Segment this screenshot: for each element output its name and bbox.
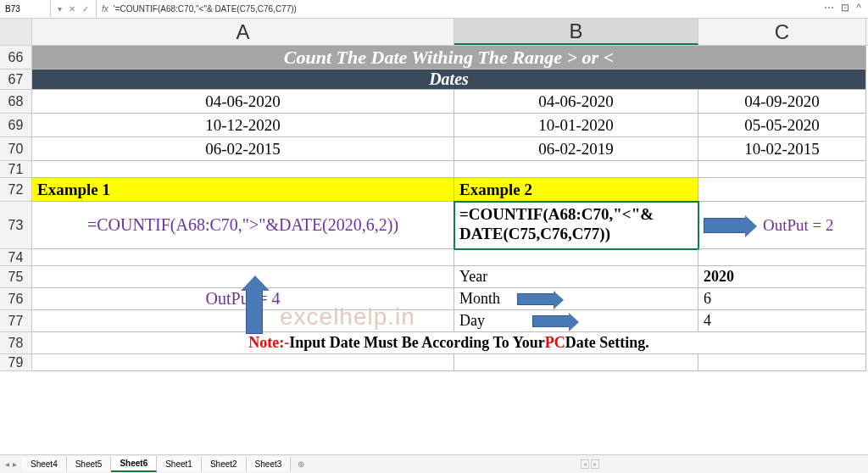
formula-input[interactable]: '=COUNTIF(A68:C70,"<"& DATE(C75,C76,C77)…: [114, 4, 868, 14]
row-header[interactable]: 69: [0, 114, 32, 137]
formula-bar-buttons: ▾ ✕ ✓: [51, 0, 97, 18]
cell-b79[interactable]: [454, 354, 698, 371]
row-header[interactable]: 68: [0, 90, 32, 114]
row-header[interactable]: 74: [0, 249, 32, 266]
note-text-2: Date Setting.: [565, 334, 649, 352]
row-77: 77 Day 4: [0, 310, 868, 332]
row-header[interactable]: 72: [0, 178, 32, 202]
output-text: OutPut = 2: [763, 216, 834, 235]
row-68: 68 04-06-2020 04-06-2020 04-09-2020: [0, 90, 868, 114]
column-header-a[interactable]: A: [32, 19, 454, 45]
arrow-right-icon: [532, 315, 570, 327]
row-header[interactable]: 66: [0, 46, 32, 70]
tab-sheet6[interactable]: Sheet6: [111, 456, 157, 472]
cell-b76[interactable]: Month: [454, 288, 698, 310]
cell-a71[interactable]: [32, 161, 454, 178]
note-text-1: Input Date Must Be According To Your: [289, 334, 544, 352]
row-header[interactable]: 73: [0, 202, 32, 249]
cell-a79[interactable]: [32, 354, 454, 371]
sheet-tabs-bar: ◂ ▸ Sheet4 Sheet5 Sheet6 Sheet1 Sheet2 S…: [0, 454, 868, 473]
cell-b70[interactable]: 06-02-2019: [454, 137, 698, 161]
add-sheet-button[interactable]: ⊕: [291, 457, 311, 471]
expand-icon[interactable]: ⊡: [841, 2, 849, 14]
horizontal-scroll[interactable]: ◂▸: [311, 459, 868, 469]
row-header[interactable]: 77: [0, 310, 32, 332]
cell-a72[interactable]: Example 1: [32, 178, 454, 202]
row-78: 78 Note:- Input Date Must Be According T…: [0, 332, 868, 354]
column-header-c[interactable]: C: [698, 19, 866, 45]
arrow-right-icon: [704, 218, 746, 233]
arrow-up-icon: [246, 290, 263, 334]
row-71: 71: [0, 161, 868, 178]
name-box[interactable]: B73: [0, 0, 51, 18]
column-headers: A B C: [0, 19, 868, 46]
window-controls: ⋯ ⊡ ^: [824, 2, 861, 14]
row-header[interactable]: 67: [0, 70, 32, 90]
tab-sheet5[interactable]: Sheet5: [67, 457, 112, 471]
row-72: 72 Example 1 Example 2: [0, 178, 868, 202]
dates-header-cell[interactable]: Dates: [32, 70, 866, 90]
cancel-icon[interactable]: ✕: [69, 4, 75, 14]
cell-b69[interactable]: 10-01-2020: [454, 114, 698, 137]
cell-b73-selected[interactable]: =COUNTIF(A68:C70,"<"& DATE(C75,C76,C77)): [454, 202, 698, 249]
row-header[interactable]: 71: [0, 161, 32, 178]
tab-sheet3[interactable]: Sheet3: [247, 457, 292, 471]
row-header[interactable]: 70: [0, 137, 32, 161]
row-header[interactable]: 79: [0, 354, 32, 371]
cell-c73[interactable]: OutPut = 2: [698, 202, 866, 249]
tab-prev-icon[interactable]: ◂: [5, 459, 9, 469]
day-label: Day: [459, 312, 485, 330]
cell-b71[interactable]: [454, 161, 698, 178]
confirm-icon[interactable]: ✓: [82, 4, 89, 14]
row-73: 73 =COUNTIF(A68:C70,">"&DATE(2020,6,2)) …: [0, 202, 868, 249]
cell-c68[interactable]: 04-09-2020: [698, 90, 866, 114]
cell-a73[interactable]: =COUNTIF(A68:C70,">"&DATE(2020,6,2)): [32, 202, 454, 249]
row-header[interactable]: 76: [0, 288, 32, 310]
cell-c74[interactable]: [698, 249, 866, 266]
select-all-corner[interactable]: [0, 19, 32, 45]
tab-sheet1[interactable]: Sheet1: [157, 457, 202, 471]
column-header-b[interactable]: B: [454, 19, 698, 45]
cell-b75[interactable]: Year: [454, 266, 698, 288]
row-70: 70 06-02-2015 06-02-2019 10-02-2015: [0, 137, 868, 161]
cell-c75[interactable]: 2020: [698, 266, 866, 288]
row-74: 74: [0, 249, 868, 266]
cell-b74[interactable]: [454, 249, 698, 266]
arrow-up-shape: [246, 290, 263, 334]
cell-b72[interactable]: Example 2: [454, 178, 698, 202]
fx-icon[interactable]: fx: [97, 4, 114, 14]
note-cell[interactable]: Note:- Input Date Must Be According To Y…: [32, 332, 866, 354]
cell-c70[interactable]: 10-02-2015: [698, 137, 866, 161]
cell-b77[interactable]: Day: [454, 310, 698, 332]
row-75: 75 Year 2020: [0, 266, 868, 288]
cell-a74[interactable]: [32, 249, 454, 266]
cell-c72[interactable]: [698, 178, 866, 202]
tab-next-icon[interactable]: ▸: [13, 459, 17, 469]
chevron-up-icon[interactable]: ^: [856, 2, 861, 14]
month-label: Month: [459, 290, 500, 308]
cell-a70[interactable]: 06-02-2015: [32, 137, 454, 161]
more-icon[interactable]: ⋯: [824, 2, 834, 14]
cell-c71[interactable]: [698, 161, 866, 178]
cell-c79[interactable]: [698, 354, 866, 371]
row-header[interactable]: 78: [0, 332, 32, 354]
note-label: Note:-: [248, 334, 289, 352]
watermark: excelhelp.in: [280, 303, 415, 331]
dropdown-icon[interactable]: ▾: [58, 4, 62, 14]
row-header[interactable]: 75: [0, 266, 32, 288]
arrow-right-icon: [517, 293, 554, 305]
cell-a68[interactable]: 04-06-2020: [32, 90, 454, 114]
tab-sheet4[interactable]: Sheet4: [22, 457, 67, 471]
cell-c69[interactable]: 05-05-2020: [698, 114, 866, 137]
cell-c77[interactable]: 4: [698, 310, 866, 332]
cell-c76[interactable]: 6: [698, 288, 866, 310]
tab-sheet2[interactable]: Sheet2: [202, 457, 247, 471]
cell-a69[interactable]: 10-12-2020: [32, 114, 454, 137]
row-79: 79: [0, 354, 868, 371]
title-cell[interactable]: Count The Date Withing The Range > or <: [32, 46, 866, 70]
formula-bar: B73 ▾ ✕ ✓ fx '=COUNTIF(A68:C70,"<"& DATE…: [0, 0, 868, 19]
row-69: 69 10-12-2020 10-01-2020 05-05-2020: [0, 114, 868, 137]
row-67: 67 Dates: [0, 70, 868, 90]
row-66: 66 Count The Date Withing The Range > or…: [0, 46, 868, 70]
cell-b68[interactable]: 04-06-2020: [454, 90, 698, 114]
